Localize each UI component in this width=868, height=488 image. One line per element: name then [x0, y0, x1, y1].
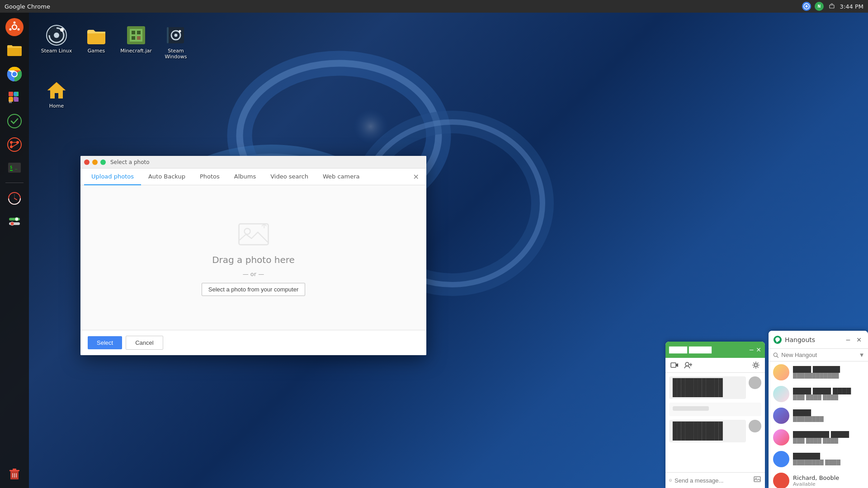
taskbar-item-trash[interactable] — [4, 463, 25, 484]
svg-rect-52 — [14, 473, 15, 478]
tab-auto-backup[interactable]: Auto Backup — [141, 169, 193, 185]
taskbar-item-git[interactable] — [4, 134, 25, 155]
taskbar-item-ubuntu[interactable] — [4, 16, 25, 38]
svg-point-80 — [671, 480, 671, 480]
hangouts-logo-icon — [773, 335, 782, 344]
hangout-contact-1[interactable]: ████ ██████ ████████████ — [769, 361, 868, 383]
chat-close-btn[interactable]: ✕ — [756, 346, 761, 353]
chat-input-area — [665, 472, 765, 488]
desktop-icon-home[interactable]: Home — [38, 78, 75, 111]
taskbar-item-settings[interactable] — [4, 210, 25, 232]
dialog-maximize-btn[interactable] — [100, 160, 106, 165]
desktop-icon-games[interactable]: Games — [78, 23, 114, 61]
hangout-contact-4[interactable]: ████████ ████ ███ ████ ████ — [769, 427, 868, 448]
select-photo-from-computer-btn[interactable]: Select a photo from your computer — [202, 283, 305, 296]
avatar — [773, 408, 789, 424]
chat-message-input[interactable] — [675, 477, 750, 484]
taskbar-item-terminal[interactable]: $ _ — [4, 157, 25, 179]
taskbar-item-chrome[interactable] — [4, 63, 25, 85]
photo-placeholder-icon — [236, 220, 272, 249]
svg-point-40 — [10, 141, 13, 144]
chat-photo-send-btn[interactable] — [753, 475, 761, 485]
tab-upload-photos[interactable]: Upload photos — [84, 169, 141, 185]
chrome-ext-icon-3[interactable] — [827, 2, 836, 11]
dialog-close-btn[interactable] — [84, 160, 90, 165]
add-people-btn[interactable] — [683, 360, 693, 371]
select-button[interactable]: Select — [88, 336, 122, 349]
dialog-footer: Select Cancel — [80, 330, 426, 355]
svg-point-58 — [60, 28, 64, 32]
svg-rect-14 — [830, 5, 834, 8]
hangouts-search-bar: ▼ — [769, 349, 868, 361]
svg-rect-69 — [167, 27, 169, 43]
desktop-icon-home-label: Home — [49, 103, 64, 109]
desktop-icons-container: Steam Linux Games Minecraft.jar — [34, 18, 242, 115]
hangouts-panel: Hangouts − ✕ ▼ ████ ██████ ████████████ … — [769, 331, 868, 488]
svg-text:N: N — [817, 5, 821, 9]
svg-point-19 — [9, 28, 12, 31]
chat-window: ████ █████ − ✕ — [665, 342, 765, 488]
avatar — [773, 451, 789, 467]
hangouts-controls: − ✕ — [844, 335, 863, 344]
cancel-button[interactable]: Cancel — [126, 336, 163, 350]
svg-rect-34 — [14, 97, 17, 100]
svg-point-68 — [179, 30, 181, 33]
svg-rect-54 — [9, 470, 19, 471]
desktop-icon-minecraft[interactable]: Minecraft.jar — [118, 23, 154, 61]
svg-point-47 — [15, 217, 19, 221]
tab-video-search[interactable]: Video search — [263, 169, 316, 185]
taskbar-item-tasks[interactable] — [4, 110, 25, 132]
svg-point-23 — [12, 72, 17, 76]
chrome-ext-icon-1[interactable] — [802, 2, 811, 11]
tab-web-camera[interactable]: Web camera — [316, 169, 367, 185]
emoji-icon — [669, 476, 672, 484]
drag-text: Drag a photo here — [212, 254, 295, 265]
hangout-contact-3[interactable]: ████ ████████ — [769, 405, 868, 427]
chat-message-group-2: ████████████ ████████████ ████████████ — [669, 420, 761, 442]
tab-albums[interactable]: Albums — [227, 169, 263, 185]
svg-rect-64 — [137, 36, 141, 40]
tab-photos[interactable]: Photos — [193, 169, 227, 185]
chrome-ext-icon-2[interactable]: N — [815, 2, 824, 11]
svg-point-38 — [8, 138, 21, 151]
taskbar-item-apps[interactable]: ⊞ — [4, 87, 25, 108]
taskbar-item-timer[interactable] — [4, 187, 25, 208]
hangout-contact-2[interactable]: ████ ████ ████ ███ ████ ████ — [769, 383, 868, 405]
video-call-btn[interactable] — [669, 360, 680, 371]
dialog-tabs-close[interactable]: ✕ — [410, 169, 423, 185]
chat-minimize-btn[interactable]: − — [749, 346, 755, 353]
chrome-right-controls: N 3:44 PM — [802, 2, 863, 11]
dialog-tabs: Upload photos Auto Backup Photos Albums … — [80, 169, 426, 185]
contact-status: ████████████ — [793, 373, 863, 379]
dialog-minimize-btn[interactable] — [92, 160, 98, 165]
desktop-icon-steam-linux[interactable]: Steam Linux — [38, 23, 75, 61]
chat-toolbar — [665, 358, 765, 373]
svg-point-49 — [10, 222, 14, 225]
desktop-icon-steam-windows[interactable]: Steam Windows — [158, 23, 194, 61]
dialog-title: Select a photo — [110, 159, 150, 165]
hangout-info: ████ ████ ████ ███ ████ ████ — [793, 388, 863, 400]
contact-name: ████ ████ ████ — [793, 388, 863, 394]
chat-controls: − ✕ — [749, 346, 761, 353]
search-icon — [773, 352, 778, 358]
avatar — [773, 429, 789, 446]
chat-avatar — [749, 376, 761, 389]
chat-user-name: ████ █████ — [669, 347, 746, 353]
chat-settings-btn[interactable] — [750, 360, 761, 371]
svg-point-73 — [775, 337, 780, 341]
hangouts-close-btn[interactable]: ✕ — [854, 335, 863, 344]
contact-name: ████████ ████ — [793, 431, 863, 438]
dialog-titlebar: Select a photo — [80, 156, 426, 169]
new-hangout-input[interactable] — [781, 352, 857, 358]
taskbar: ⊞ $ _ — [0, 13, 29, 488]
taskbar-item-files[interactable] — [4, 40, 25, 61]
hangouts-minimize-btn[interactable]: − — [844, 335, 853, 344]
taskbar-divider — [5, 183, 24, 183]
upload-drop-area: Drag a photo here — or — Select a photo … — [202, 220, 305, 296]
hangout-contact-6[interactable]: Richard, Booble Available — [769, 470, 868, 488]
hangouts-settings-btn[interactable]: ▼ — [860, 352, 863, 357]
svg-point-37 — [8, 114, 21, 128]
hangout-contact-5[interactable]: ██████ ████████ ████ — [769, 448, 868, 470]
hangouts-title: Hangouts — [785, 336, 841, 343]
svg-rect-53 — [16, 473, 17, 478]
